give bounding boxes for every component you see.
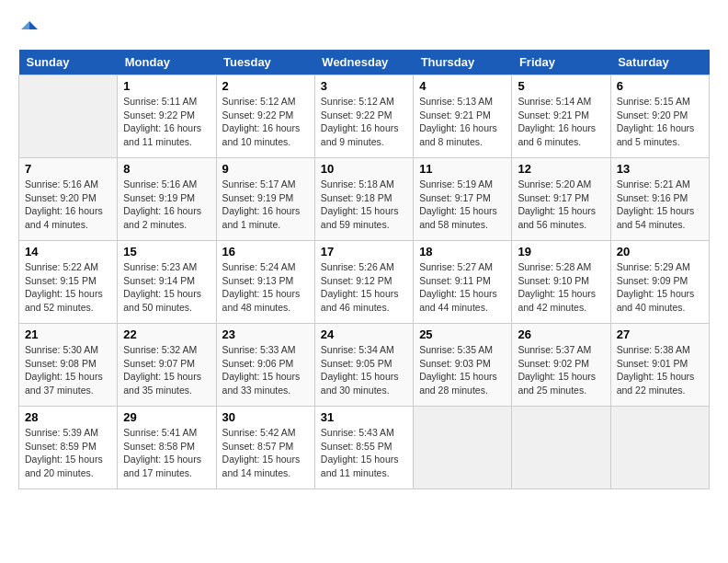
calendar-cell: 24Sunrise: 5:34 AM Sunset: 9:05 PM Dayli… (314, 324, 413, 407)
calendar-cell: 9Sunrise: 5:17 AM Sunset: 9:19 PM Daylig… (216, 158, 314, 241)
day-info: Sunrise: 5:35 AM Sunset: 9:03 PM Dayligh… (419, 343, 506, 397)
day-number: 10 (321, 162, 407, 176)
calendar-cell: 15Sunrise: 5:23 AM Sunset: 9:14 PM Dayli… (118, 241, 216, 324)
day-info: Sunrise: 5:16 AM Sunset: 9:19 PM Dayligh… (123, 178, 210, 232)
day-number: 25 (419, 327, 506, 341)
calendar-cell: 1Sunrise: 5:11 AM Sunset: 9:22 PM Daylig… (118, 75, 216, 158)
page-header (18, 18, 710, 40)
calendar-cell: 28Sunrise: 5:39 AM Sunset: 8:59 PM Dayli… (19, 407, 118, 489)
day-number: 16 (222, 245, 309, 259)
day-number: 14 (25, 245, 111, 259)
day-number: 28 (25, 410, 111, 424)
calendar-cell: 19Sunrise: 5:28 AM Sunset: 9:10 PM Dayli… (512, 241, 610, 324)
calendar-cell: 11Sunrise: 5:19 AM Sunset: 9:17 PM Dayli… (414, 158, 512, 241)
day-info: Sunrise: 5:21 AM Sunset: 9:16 PM Dayligh… (617, 178, 703, 232)
calendar-cell: 23Sunrise: 5:33 AM Sunset: 9:06 PM Dayli… (216, 324, 314, 407)
calendar-cell: 8Sunrise: 5:16 AM Sunset: 9:19 PM Daylig… (118, 158, 216, 241)
day-number: 15 (123, 245, 210, 259)
calendar-cell: 25Sunrise: 5:35 AM Sunset: 9:03 PM Dayli… (414, 324, 512, 407)
calendar-cell: 4Sunrise: 5:13 AM Sunset: 9:21 PM Daylig… (414, 75, 512, 158)
calendar-cell: 31Sunrise: 5:43 AM Sunset: 8:55 PM Dayli… (314, 407, 413, 489)
day-number: 19 (518, 245, 604, 259)
calendar-cell: 2Sunrise: 5:12 AM Sunset: 9:22 PM Daylig… (216, 75, 314, 158)
day-number: 17 (321, 245, 407, 259)
week-row-2: 7Sunrise: 5:16 AM Sunset: 9:20 PM Daylig… (19, 158, 710, 241)
calendar-cell: 18Sunrise: 5:27 AM Sunset: 9:11 PM Dayli… (414, 241, 512, 324)
day-number: 6 (617, 79, 703, 93)
day-of-week-friday: Friday (512, 50, 610, 75)
day-number: 23 (222, 327, 309, 341)
calendar-cell: 20Sunrise: 5:29 AM Sunset: 9:09 PM Dayli… (610, 241, 709, 324)
day-number: 26 (518, 327, 604, 341)
day-info: Sunrise: 5:32 AM Sunset: 9:07 PM Dayligh… (123, 343, 210, 397)
day-of-week-thursday: Thursday (414, 50, 512, 75)
day-info: Sunrise: 5:13 AM Sunset: 9:21 PM Dayligh… (419, 95, 506, 149)
day-number: 12 (518, 162, 604, 176)
calendar-cell: 13Sunrise: 5:21 AM Sunset: 9:16 PM Dayli… (610, 158, 709, 241)
day-number: 18 (419, 245, 506, 259)
day-info: Sunrise: 5:17 AM Sunset: 9:19 PM Dayligh… (222, 178, 309, 232)
day-info: Sunrise: 5:12 AM Sunset: 9:22 PM Dayligh… (321, 95, 407, 149)
calendar-cell: 6Sunrise: 5:15 AM Sunset: 9:20 PM Daylig… (610, 75, 709, 158)
day-number: 5 (518, 79, 604, 93)
day-of-week-monday: Monday (118, 50, 216, 75)
day-info: Sunrise: 5:19 AM Sunset: 9:17 PM Dayligh… (419, 178, 506, 232)
day-info: Sunrise: 5:16 AM Sunset: 9:20 PM Dayligh… (25, 178, 111, 232)
day-info: Sunrise: 5:12 AM Sunset: 9:22 PM Dayligh… (222, 95, 309, 149)
week-row-4: 21Sunrise: 5:30 AM Sunset: 9:08 PM Dayli… (19, 324, 710, 407)
day-info: Sunrise: 5:34 AM Sunset: 9:05 PM Dayligh… (321, 343, 407, 397)
days-of-week-row: SundayMondayTuesdayWednesdayThursdayFrid… (19, 50, 710, 75)
day-info: Sunrise: 5:41 AM Sunset: 8:58 PM Dayligh… (123, 426, 210, 480)
calendar-cell: 26Sunrise: 5:37 AM Sunset: 9:02 PM Dayli… (512, 324, 610, 407)
day-number: 4 (419, 79, 506, 93)
calendar-cell (610, 407, 709, 489)
calendar-body: 1Sunrise: 5:11 AM Sunset: 9:22 PM Daylig… (19, 75, 710, 489)
day-info: Sunrise: 5:26 AM Sunset: 9:12 PM Dayligh… (321, 260, 407, 315)
day-of-week-sunday: Sunday (19, 50, 118, 75)
calendar-cell: 22Sunrise: 5:32 AM Sunset: 9:07 PM Dayli… (118, 324, 216, 407)
svg-marker-0 (29, 21, 38, 29)
svg-marker-1 (21, 21, 29, 29)
day-info: Sunrise: 5:27 AM Sunset: 9:11 PM Dayligh… (419, 260, 506, 315)
day-info: Sunrise: 5:23 AM Sunset: 9:14 PM Dayligh… (123, 260, 210, 315)
day-number: 2 (222, 79, 309, 93)
week-row-5: 28Sunrise: 5:39 AM Sunset: 8:59 PM Dayli… (19, 407, 710, 489)
calendar-table: SundayMondayTuesdayWednesdayThursdayFrid… (18, 50, 710, 489)
logo-icon (18, 18, 40, 40)
calendar-cell: 29Sunrise: 5:41 AM Sunset: 8:58 PM Dayli… (118, 407, 216, 489)
calendar-cell: 12Sunrise: 5:20 AM Sunset: 9:17 PM Dayli… (512, 158, 610, 241)
day-number: 13 (617, 162, 703, 176)
day-number: 21 (25, 327, 111, 341)
calendar-cell: 3Sunrise: 5:12 AM Sunset: 9:22 PM Daylig… (314, 75, 413, 158)
day-of-week-tuesday: Tuesday (216, 50, 314, 75)
day-number: 20 (617, 245, 703, 259)
day-info: Sunrise: 5:14 AM Sunset: 9:21 PM Dayligh… (518, 95, 604, 149)
day-info: Sunrise: 5:20 AM Sunset: 9:17 PM Dayligh… (518, 178, 604, 232)
calendar-cell: 17Sunrise: 5:26 AM Sunset: 9:12 PM Dayli… (314, 241, 413, 324)
calendar-cell (512, 407, 610, 489)
day-info: Sunrise: 5:37 AM Sunset: 9:02 PM Dayligh… (518, 343, 604, 397)
calendar-cell (19, 75, 118, 158)
week-row-1: 1Sunrise: 5:11 AM Sunset: 9:22 PM Daylig… (19, 75, 710, 158)
day-info: Sunrise: 5:38 AM Sunset: 9:01 PM Dayligh… (617, 343, 703, 397)
calendar-cell: 27Sunrise: 5:38 AM Sunset: 9:01 PM Dayli… (610, 324, 709, 407)
day-info: Sunrise: 5:43 AM Sunset: 8:55 PM Dayligh… (321, 426, 407, 480)
day-info: Sunrise: 5:33 AM Sunset: 9:06 PM Dayligh… (222, 343, 309, 397)
day-number: 27 (617, 327, 703, 341)
calendar-cell: 7Sunrise: 5:16 AM Sunset: 9:20 PM Daylig… (19, 158, 118, 241)
calendar-cell (414, 407, 512, 489)
day-number: 7 (25, 162, 111, 176)
calendar-cell: 30Sunrise: 5:42 AM Sunset: 8:57 PM Dayli… (216, 407, 314, 489)
day-info: Sunrise: 5:39 AM Sunset: 8:59 PM Dayligh… (25, 426, 111, 480)
day-info: Sunrise: 5:42 AM Sunset: 8:57 PM Dayligh… (222, 426, 309, 480)
day-info: Sunrise: 5:11 AM Sunset: 9:22 PM Dayligh… (123, 95, 210, 149)
day-number: 8 (123, 162, 210, 176)
day-number: 3 (321, 79, 407, 93)
day-of-week-wednesday: Wednesday (314, 50, 413, 75)
day-info: Sunrise: 5:29 AM Sunset: 9:09 PM Dayligh… (617, 260, 703, 315)
day-info: Sunrise: 5:18 AM Sunset: 9:18 PM Dayligh… (321, 178, 407, 232)
day-number: 22 (123, 327, 210, 341)
day-number: 1 (123, 79, 210, 93)
day-number: 29 (123, 410, 210, 424)
day-info: Sunrise: 5:30 AM Sunset: 9:08 PM Dayligh… (25, 343, 111, 397)
